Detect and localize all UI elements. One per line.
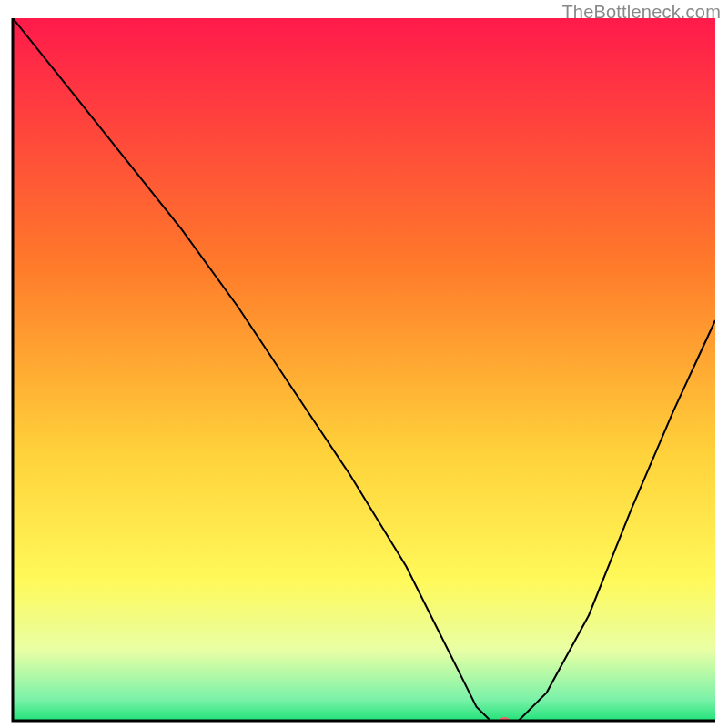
plot-background [13, 18, 715, 721]
watermark-label: TheBottleneck.com [561, 2, 721, 23]
bottleneck-chart [0, 0, 728, 728]
